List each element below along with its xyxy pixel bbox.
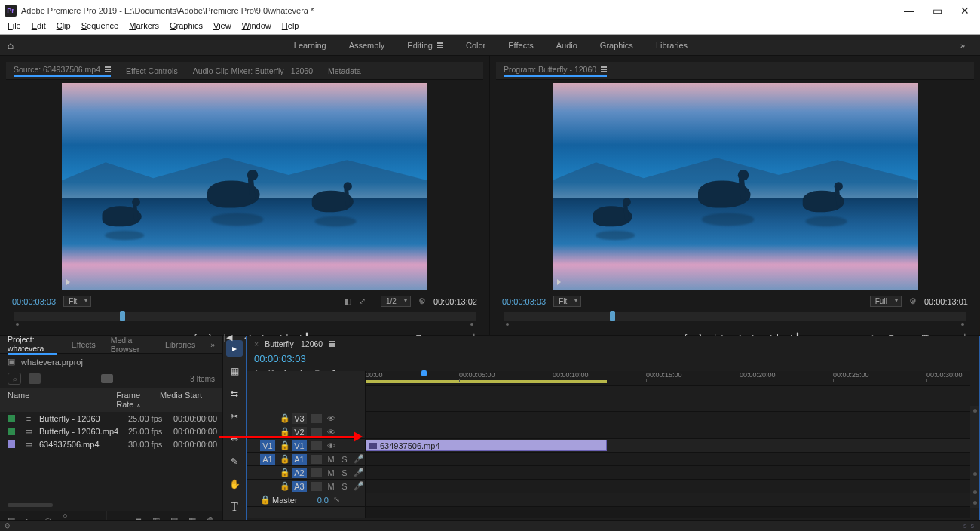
time-ruler[interactable]: 00:0000:00:05:0000:00:10:0000:00:15:0000… <box>366 371 970 386</box>
type-tool[interactable]: T <box>226 499 243 515</box>
menu-markers[interactable]: Markers <box>124 21 164 30</box>
menu-sequence[interactable]: Sequence <box>77 21 124 30</box>
lock-icon[interactable]: 🔒 <box>280 440 287 450</box>
menu-view[interactable]: View <box>209 21 236 30</box>
track-target-toggle[interactable]: A2 <box>292 468 307 478</box>
workspace-effects[interactable]: Effects <box>508 41 533 50</box>
razor-tool[interactable]: ✂ <box>226 408 243 425</box>
project-item[interactable]: ▭Butterfly - 12060.mp425.00 fps00:00:00:… <box>0 425 222 437</box>
audio-track-header[interactable]: 🔒A3MS🎤 <box>247 480 365 493</box>
column-mediastart[interactable]: Media Start <box>160 391 215 409</box>
source-scrubber[interactable] <box>14 312 476 321</box>
eye-icon[interactable]: 👁 <box>326 428 335 437</box>
timeline-panel-menu-icon[interactable] <box>329 341 335 347</box>
tab-audio-mixer[interactable]: Audio Clip Mixer: Butterfly - 12060 <box>193 66 313 75</box>
program-timecode[interactable]: 00:00:03:03 <box>502 297 546 306</box>
master-value[interactable]: 0.0 <box>317 496 329 505</box>
program-scrubber[interactable] <box>504 312 966 321</box>
track-target-toggle[interactable]: V1 <box>292 440 307 451</box>
program-monitor-video[interactable] <box>553 83 918 290</box>
tab-source[interactable]: Source: 634937506.mp4 <box>14 65 111 77</box>
source-monitor-video[interactable] <box>62 83 427 290</box>
sync-lock-icon[interactable] <box>311 414 322 423</box>
slip-tool[interactable]: ⇔ <box>226 431 243 447</box>
sync-lock-icon[interactable] <box>311 441 322 450</box>
track-target-toggle[interactable]: A3 <box>292 481 307 492</box>
timeline-clip[interactable]: 634937506.mp4 <box>366 440 607 451</box>
source-patch-v[interactable]: V1 <box>260 440 275 451</box>
workspace-color[interactable]: Color <box>466 41 485 50</box>
tab-media-browser[interactable]: Media Browser <box>111 336 150 354</box>
playhead[interactable] <box>424 371 424 518</box>
timeline-timecode[interactable]: 00:00:03:03 <box>254 351 306 366</box>
tab-program[interactable]: Program: Butterfly - 12060 <box>504 65 607 77</box>
minimize-button[interactable]: — <box>904 5 914 17</box>
program-resolution-select[interactable]: Full <box>870 296 902 307</box>
track-target-toggle[interactable]: V3 <box>292 413 307 424</box>
menu-help[interactable]: Help <box>277 21 304 30</box>
vscroll-mid2[interactable] <box>973 490 977 494</box>
search-input[interactable]: ⌕ <box>8 373 21 385</box>
voice-over-icon[interactable]: 🎤 <box>354 468 363 477</box>
new-bin-icon[interactable] <box>101 374 113 383</box>
workspace-audio[interactable]: Audio <box>556 41 577 50</box>
workspace-editing[interactable]: Editing <box>407 41 443 50</box>
maximize-button[interactable]: ▭ <box>933 5 942 17</box>
video-track-lane[interactable] <box>366 425 970 439</box>
panel-menu-icon[interactable] <box>105 66 111 72</box>
sync-lock-icon[interactable] <box>311 482 322 491</box>
column-name[interactable]: Name <box>8 391 116 409</box>
lock-icon[interactable]: 🔒 <box>280 468 287 477</box>
audio-track-lane[interactable] <box>366 453 970 466</box>
vscroll-top[interactable] <box>973 409 977 413</box>
video-track-header[interactable]: 🔒V3👁 <box>247 412 365 425</box>
track-select-tool[interactable]: ▦ <box>226 363 243 379</box>
source-resolution-select[interactable]: 1/2 <box>381 296 411 307</box>
source-scrollbar[interactable] <box>14 322 476 327</box>
workspace-overflow[interactable]: » <box>960 41 980 50</box>
sequence-tab[interactable]: Butterfly - 12060 <box>265 339 323 348</box>
audio-track-lane[interactable] <box>366 466 970 480</box>
tab-project[interactable]: Project: whatevera <box>8 335 57 355</box>
tab-effects[interactable]: Effects <box>72 340 96 349</box>
workspace-learning[interactable]: Learning <box>294 41 326 50</box>
source-patch-a[interactable]: A1 <box>260 454 275 465</box>
voice-over-icon[interactable]: 🎤 <box>354 454 363 464</box>
workspace-graphics[interactable]: Graphics <box>600 41 633 50</box>
audio-track-header[interactable]: A1🔒A1MS🎤 <box>247 453 365 466</box>
sync-lock-icon[interactable] <box>311 455 322 464</box>
vscroll-bot[interactable] <box>973 501 977 505</box>
project-item[interactable]: ≡Butterfly - 1206025.00 fps00:00:00:00 <box>0 412 222 425</box>
timeline-tracks-area[interactable]: 00:0000:00:05:0000:00:10:0000:00:15:0000… <box>366 371 970 518</box>
video-track-lane[interactable] <box>366 412 970 425</box>
sync-lock-icon[interactable] <box>311 468 322 477</box>
program-zoom-select[interactable]: Fit <box>553 296 581 307</box>
lock-icon[interactable]: 🔒 <box>280 454 287 464</box>
expand-icon[interactable]: ⤡ <box>333 495 340 505</box>
lock-icon[interactable]: 🔒 <box>280 481 287 491</box>
menu-edit[interactable]: Edit <box>27 21 51 30</box>
workspace-options-icon[interactable] <box>437 42 443 48</box>
workspace-assembly[interactable]: Assembly <box>349 41 385 50</box>
project-tabs-overflow[interactable]: » <box>210 340 215 349</box>
eye-icon[interactable]: 👁 <box>326 414 335 423</box>
mute-toggle[interactable]: M <box>326 468 335 477</box>
tab-effect-controls[interactable]: Effect Controls <box>126 66 178 75</box>
workspace-libraries[interactable]: Libraries <box>656 41 688 50</box>
track-target-toggle[interactable]: A1 <box>292 454 307 465</box>
project-hscroll[interactable] <box>8 503 53 507</box>
menu-clip[interactable]: Clip <box>52 21 75 30</box>
source-zoom-select[interactable]: Fit <box>63 296 91 307</box>
tab-metadata[interactable]: Metadata <box>328 66 361 75</box>
menu-graphics[interactable]: Graphics <box>165 21 207 30</box>
source-timecode[interactable]: 00:00:03:03 <box>12 297 56 306</box>
go-to-in-button[interactable]: |◀ <box>224 333 232 342</box>
video-track-lane[interactable]: 634937506.mp4 <box>366 439 970 453</box>
audio-track-lane[interactable] <box>366 480 970 493</box>
home-button[interactable]: ⌂ <box>0 39 21 51</box>
eye-icon[interactable]: 👁 <box>326 441 335 450</box>
panel-menu-icon[interactable] <box>601 66 607 72</box>
ripple-edit-tool[interactable]: ⇆ <box>226 385 243 402</box>
mute-toggle[interactable]: M <box>326 455 335 464</box>
project-nav-icon[interactable]: ▣ <box>8 357 15 367</box>
